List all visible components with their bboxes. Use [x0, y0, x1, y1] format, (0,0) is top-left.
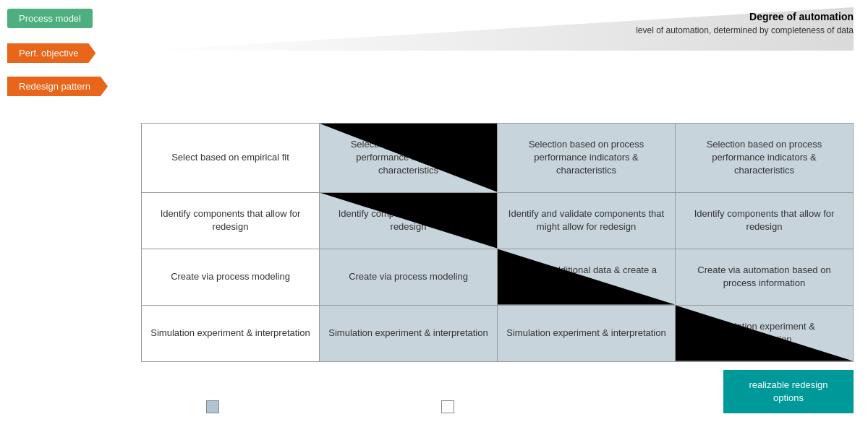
grid-cell-r1-c3: Identify components that allow for redes…	[676, 192, 854, 249]
grid-cell-r0-c2: Selection based on process performance i…	[498, 124, 676, 193]
grid-cell-r0-c3: Selection based on process performance i…	[676, 124, 854, 193]
small-square-1	[206, 400, 219, 413]
grid-cell-r2-c3: Create via automation based on process i…	[676, 249, 854, 305]
grid-cell-r3-c2: Simulation experiment & interpretation	[498, 305, 676, 361]
grid-container: Select based on empirical fit Selection …	[141, 123, 854, 362]
perf-objective-label: Perf. objective	[7, 43, 95, 63]
automation-banner: Degree of automation level of automation…	[145, 7, 854, 51]
redesign-options-box: realizable redesign options	[723, 370, 854, 413]
automation-text: Degree of automation level of automation…	[636, 10, 854, 36]
grid-cell-r3-c1: Simulation experiment & interpretation	[320, 305, 498, 361]
automation-subtitle: level of automation, determined by compl…	[636, 25, 854, 37]
grid-cell-r3-c0: Simulation experiment & interpretation	[142, 305, 320, 361]
grid-cell-r3-c3: Simulation experiment & interpretation	[676, 305, 854, 361]
grid-cell-r1-c1: Identify components that allow for redes…	[320, 192, 498, 249]
automation-title: Degree of automation	[636, 10, 854, 25]
grid-cell-r1-c0: Identify components that allow for redes…	[142, 192, 320, 249]
redesign-pattern-label: Redesign pattern	[7, 77, 108, 96]
process-model-label: Process model	[7, 9, 93, 28]
grid-cell-r2-c1: Create via process modeling	[320, 249, 498, 305]
grid-cell-r2-c0: Create via process modeling	[142, 249, 320, 305]
grid-cell-r0-c1: Selection based on process performance i…	[320, 124, 498, 193]
grid-cell-r2-c2: Provide additional data & create a new	[498, 249, 676, 305]
grid-table: Select based on empirical fit Selection …	[141, 123, 854, 362]
small-square-2	[441, 400, 454, 413]
grid-cell-r0-c0: Select based on empirical fit	[142, 124, 320, 193]
grid-cell-r1-c2: Identify and validate components that mi…	[498, 192, 676, 249]
